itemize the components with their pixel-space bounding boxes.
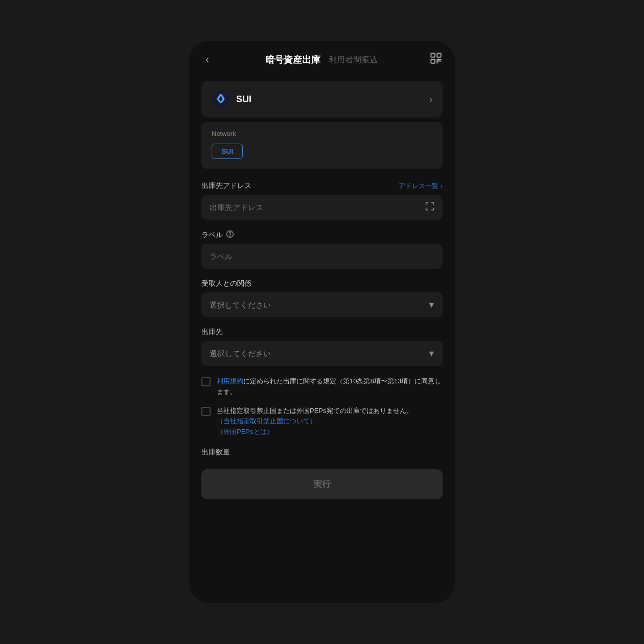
destination-select-wrapper: 選択してください ▼	[201, 341, 443, 366]
recipient-label: 受取人との関係	[201, 279, 251, 288]
label-field-label: ラベル	[201, 230, 234, 240]
withdrawal-label: 出庫数量	[201, 448, 443, 457]
header-title-group: 暗号資産出庫 利用者間振込	[265, 54, 378, 66]
prohibition-text: 当社指定取引禁止国または外国PEPs宛ての出庫ではありません。 （当社指定取引禁…	[217, 406, 413, 438]
label-label-row: ラベル	[201, 230, 443, 240]
recipient-select-wrapper: 選択してください ▼	[201, 292, 443, 317]
svg-point-5	[230, 236, 231, 237]
back-button[interactable]: ‹	[201, 51, 213, 68]
coin-name: SUI	[236, 94, 251, 105]
prohibition-country-link[interactable]: （当社指定取引禁止国について）	[217, 417, 316, 425]
address-list-link[interactable]: アドレス一覧 ›	[399, 181, 443, 191]
terms-link[interactable]: 利用規約	[217, 377, 243, 385]
network-section: Network SUI	[201, 122, 443, 169]
terms-checkbox[interactable]	[201, 377, 211, 386]
recipient-select[interactable]: 選択してください	[201, 292, 443, 317]
content: SUI › Network SUI 出庫先アドレス アドレス一覧 ›	[189, 77, 455, 512]
checkbox-item-2: 当社指定取引禁止国または外国PEPs宛ての出庫ではありません。 （当社指定取引禁…	[201, 406, 443, 438]
prohibition-checkbox[interactable]	[201, 407, 211, 416]
peps-link[interactable]: （外国PEPsとは）	[217, 428, 273, 435]
coin-chevron-icon: ›	[429, 94, 432, 105]
checkbox-item-1: 利用規約に定められた出庫に関する規定（第10条第8項〜第13項）に同意します。	[201, 376, 443, 398]
page-title: 暗号資産出庫	[265, 54, 320, 66]
withdrawal-section: 出庫数量	[201, 448, 443, 457]
network-badge[interactable]: SUI	[212, 144, 243, 159]
help-icon	[226, 230, 234, 240]
execute-button[interactable]: 実行	[201, 469, 443, 499]
address-section: 出庫先アドレス アドレス一覧 ›	[201, 181, 443, 220]
svg-rect-1	[437, 53, 441, 57]
destination-label: 出庫先	[201, 328, 223, 337]
history-icon[interactable]	[429, 52, 443, 68]
label-input[interactable]	[201, 244, 443, 269]
svg-rect-0	[431, 53, 435, 57]
recipient-section: 受取人との関係 選択してください ▼	[201, 279, 443, 317]
address-input[interactable]	[201, 195, 443, 220]
destination-section: 出庫先 選択してください ▼	[201, 328, 443, 366]
coin-left: SUI	[212, 90, 251, 108]
label-section: ラベル	[201, 230, 443, 269]
network-label: Network	[212, 130, 432, 137]
address-input-wrapper	[201, 195, 443, 220]
checkbox-section: 利用規約に定められた出庫に関する規定（第10条第8項〜第13項）に同意します。 …	[201, 376, 443, 438]
destination-select[interactable]: 選択してください	[201, 341, 443, 366]
svg-rect-2	[431, 59, 435, 63]
address-label: 出庫先アドレス	[201, 181, 251, 191]
recipient-label-row: 受取人との関係	[201, 279, 443, 288]
header: ‹ 暗号資産出庫 利用者間振込	[189, 41, 455, 77]
destination-label-row: 出庫先	[201, 328, 443, 337]
label-input-wrapper	[201, 244, 443, 269]
coin-selector[interactable]: SUI ›	[201, 81, 443, 118]
terms-text: 利用規約に定められた出庫に関する規定（第10条第8項〜第13項）に同意します。	[217, 376, 443, 398]
address-label-row: 出庫先アドレス アドレス一覧 ›	[201, 181, 443, 191]
scan-icon[interactable]	[424, 200, 435, 214]
sui-logo-icon	[212, 90, 230, 108]
page-subtitle[interactable]: 利用者間振込	[329, 55, 378, 65]
phone-frame: ‹ 暗号資産出庫 利用者間振込 SU	[189, 41, 455, 603]
